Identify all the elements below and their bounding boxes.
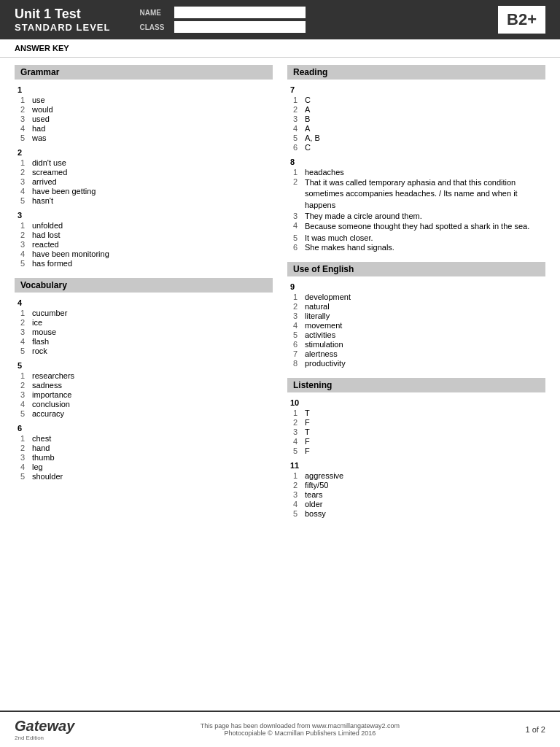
answer-text: mouse [32,328,56,336]
answer-num: 1 [20,158,29,167]
answer-text: F [305,446,310,455]
footer-copyright: This page has been downloaded from www.m… [201,722,400,737]
unit-title: Unit 1 Test [15,7,110,22]
list-item: 3 importance [18,390,270,399]
answer-num: 5 [20,409,29,418]
list-item: 1 T [290,409,542,417]
answer-text: chest [32,434,51,443]
right-column: Reading 7 1 C 2 A 3 B 4 A [287,65,545,528]
main-content: Grammar 1 1 use 2 would 3 used 4 had [0,58,560,535]
level-badge: B2+ [498,6,545,34]
list-item: 5 hasn't [18,196,270,205]
answer-num: 3 [293,427,302,436]
header-title-block: Unit 1 Test STANDARD LEVEL [15,7,110,33]
answer-text: It was much closer. [305,233,373,242]
list-item: 3 mouse [18,328,270,336]
grammar-content: 1 1 use 2 would 3 used 4 had [15,85,273,268]
answer-text: F [305,437,310,446]
answer-text: stimulation [305,340,343,349]
answer-text: shoulder [32,472,63,481]
vocab-q6-number: 6 [18,424,270,433]
vocabulary-content: 4 1 cucumber 2 ice 3 mouse 4 flash [15,298,273,481]
answer-text: hand [32,444,50,452]
answer-text: literally [305,311,330,320]
answer-num: 4 [20,124,29,133]
answer-text: thumb [32,453,55,462]
list-item: 4 movement [290,321,542,330]
answer-num: 5 [20,347,29,355]
list-item: 2 natural [290,302,542,311]
answer-num: 2 [20,444,29,452]
answer-num: 3 [20,177,29,186]
list-item: 1 C [290,96,542,104]
answer-text: sadness [32,381,62,390]
list-item: 8 productivity [290,359,542,368]
answer-key-label: ANSWER KEY [15,44,69,53]
answer-text: T [305,427,310,436]
answer-text: leg [32,462,43,471]
class-row: CLASS [139,21,483,33]
answer-text: C [305,143,311,152]
list-item: 1 didn't use [18,158,270,167]
answer-num: 5 [293,446,302,455]
answer-num: 6 [293,243,302,252]
answer-text: had [32,124,45,133]
list-item: 2 would [18,105,270,114]
answer-num: 2 [293,177,302,186]
listening-section-header: Listening [287,378,545,392]
answer-text: accuracy [32,409,64,418]
answer-text: had lost [32,231,61,239]
reading-q8-number: 8 [290,158,542,166]
answer-num: 3 [20,240,29,249]
list-item: 4 have been monitoring [18,249,270,258]
answer-text: unfolded [32,221,63,230]
answer-text: conclusion [32,400,70,409]
answer-text: rock [32,347,47,355]
answer-num: 2 [293,481,302,489]
list-item: 5 F [290,446,542,455]
answer-text: bossy [305,509,326,518]
answer-num: 4 [293,221,302,230]
answer-text: flash [32,337,49,346]
answer-num: 6 [293,143,302,152]
answer-num: 4 [20,462,29,471]
list-item: 1 development [290,293,542,301]
answer-num: 4 [20,187,29,196]
list-item: 5 rock [18,347,270,355]
list-item: 1 cucumber [18,309,270,317]
answer-text: That it was called temporary aphasia and… [305,177,542,211]
answer-num: 2 [20,105,29,114]
page-footer: Gateway 2nd Edition This page has been d… [0,711,560,747]
answer-num: 4 [293,124,302,133]
use-of-english-content: 9 1 development 2 natural 3 literally 4 … [287,282,545,368]
list-item: 4 A [290,124,542,133]
answer-num: 3 [20,115,29,123]
answer-text: didn't use [32,158,66,167]
grammar-section-header: Grammar [15,65,273,80]
answer-text: was [32,133,47,142]
answer-text: T [305,409,310,417]
list-item: 2 hand [18,444,270,452]
answer-num: 3 [20,453,29,462]
answer-text: They made a circle around them. [305,212,422,220]
answer-num: 2 [20,318,29,327]
answer-num: 2 [293,418,302,427]
answer-text: alertness [305,349,338,358]
list-item: 5 bossy [290,509,542,518]
edition-label: 2nd Edition [15,735,44,741]
list-item: 5 has formed [18,259,270,268]
answer-text: have been monitoring [32,249,109,258]
page-number: 1 of 2 [525,725,545,734]
answer-num: 3 [293,212,302,220]
answer-num: 4 [293,500,302,508]
vocab-q4-number: 4 [18,298,270,307]
answer-text: movement [305,321,342,330]
list-item: 6 She makes hand signals. [290,243,542,252]
list-item: 5 was [18,133,270,142]
answer-num: 1 [293,471,302,480]
class-input[interactable] [174,21,306,33]
list-item: 5 It was much closer. [290,233,542,242]
name-input[interactable] [174,7,306,18]
footer-logo-block: Gateway 2nd Edition [15,718,74,741]
list-item: 4 flash [18,337,270,346]
